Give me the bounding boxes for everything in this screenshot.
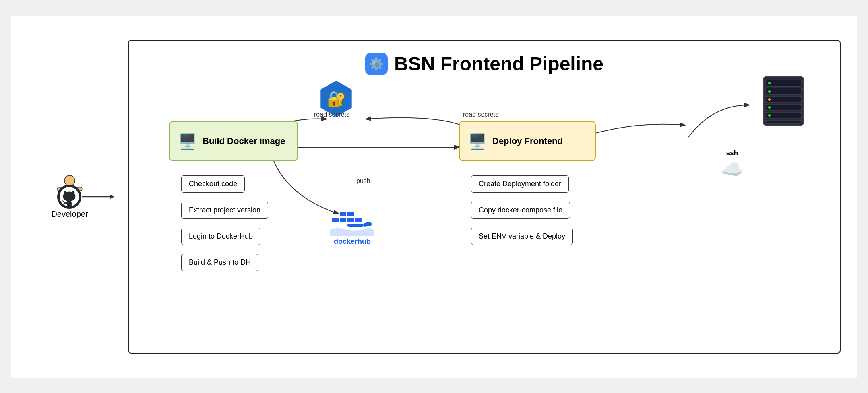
read-secrets-left-label: read secrets	[314, 111, 349, 118]
main-container: </> Developer ⚙️ BSN Frontend Pip	[11, 16, 857, 378]
svg-rect-11	[340, 218, 346, 222]
ssh-icon: ssh ☁️	[721, 149, 743, 180]
svg-rect-13	[340, 212, 346, 216]
svg-rect-19	[765, 88, 802, 95]
server-svg	[759, 73, 808, 129]
step-set-env: Set ENV variable & Deploy	[471, 228, 573, 245]
step-create-deployment: Create Deployment folder	[471, 175, 569, 193]
svg-rect-16	[347, 224, 364, 227]
dev-arrow	[82, 193, 114, 201]
pipeline-title: BSN Frontend Pipeline	[394, 53, 603, 75]
title-row: ⚙️ BSN Frontend Pipeline	[129, 53, 840, 75]
arrows-canvas	[129, 41, 840, 353]
dockerhub-svg	[330, 210, 374, 236]
svg-rect-14	[347, 212, 354, 216]
github-icon	[56, 184, 82, 210]
build-monitor-icon: 🖥️	[178, 132, 197, 150]
ssh-label: ssh	[726, 149, 738, 157]
build-box-label: Build Docker image	[203, 136, 285, 146]
read-secrets-right-label: read secrets	[463, 111, 498, 118]
deploy-frontend-box: 🖥️ Deploy Frontend	[459, 121, 596, 161]
cloud-icon: ☁️	[721, 159, 743, 180]
server-rack	[759, 73, 808, 131]
pipeline-icon: ⚙️	[365, 53, 388, 75]
developer-label: Developer	[51, 210, 88, 219]
svg-point-24	[768, 82, 771, 84]
step-copy-compose: Copy docker-compose file	[471, 202, 570, 219]
svg-rect-10	[332, 218, 339, 222]
step-checkout: Checkout code	[181, 175, 245, 193]
push-label: push	[356, 177, 370, 185]
svg-rect-20	[765, 96, 802, 103]
dockerhub-icon: dockerhub	[330, 210, 374, 246]
dockerhub-label: dockerhub	[334, 237, 371, 246]
svg-point-25	[768, 90, 771, 93]
svg-marker-9	[110, 195, 114, 199]
developer-to-github-flow	[55, 184, 114, 210]
svg-rect-15	[355, 218, 362, 222]
build-docker-box: 🖥️ Build Docker image	[169, 121, 298, 161]
step-build-push: Build & Push to DH	[181, 254, 258, 271]
svg-point-26	[768, 98, 771, 101]
diagram-box: ⚙️ BSN Frontend Pipeline 🔐	[128, 40, 841, 354]
svg-rect-22	[765, 112, 802, 119]
step-login-dockerhub: Login to DockerHub	[181, 228, 260, 245]
svg-point-28	[768, 114, 771, 117]
svg-rect-12	[347, 218, 354, 222]
step-extract-version: Extract project version	[181, 202, 268, 219]
deploy-box-label: Deploy Frontend	[492, 136, 563, 146]
svg-rect-23	[765, 120, 802, 123]
svg-point-27	[768, 106, 771, 109]
deploy-monitor-icon: 🖥️	[468, 132, 487, 150]
svg-rect-21	[765, 104, 802, 111]
svg-rect-18	[765, 80, 802, 86]
